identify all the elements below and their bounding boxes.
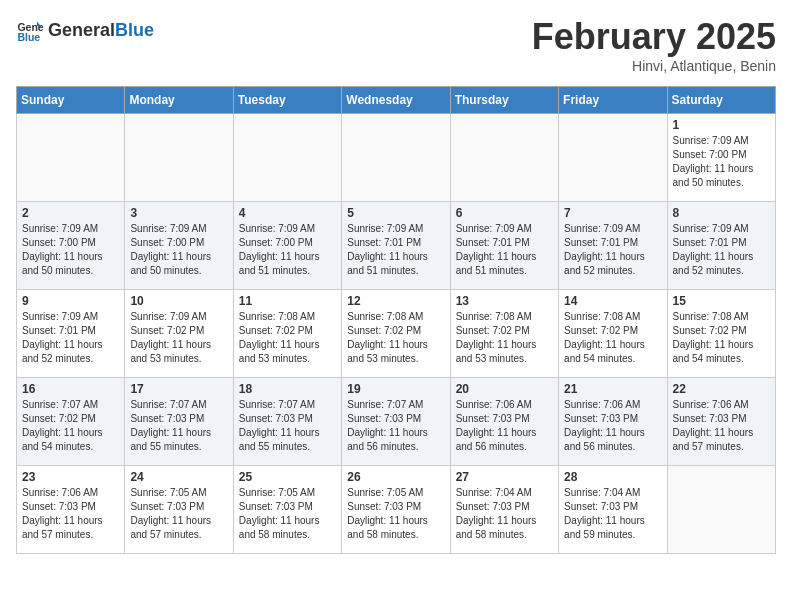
day-info: Sunrise: 7:08 AM Sunset: 7:02 PM Dayligh… xyxy=(673,310,770,366)
calendar-week-row: 16Sunrise: 7:07 AM Sunset: 7:02 PM Dayli… xyxy=(17,378,776,466)
day-number: 24 xyxy=(130,470,227,484)
calendar-day-cell: 27Sunrise: 7:04 AM Sunset: 7:03 PM Dayli… xyxy=(450,466,558,554)
calendar-day-cell: 20Sunrise: 7:06 AM Sunset: 7:03 PM Dayli… xyxy=(450,378,558,466)
weekday-header-thursday: Thursday xyxy=(450,87,558,114)
day-number: 10 xyxy=(130,294,227,308)
day-info: Sunrise: 7:05 AM Sunset: 7:03 PM Dayligh… xyxy=(239,486,336,542)
svg-text:Blue: Blue xyxy=(17,31,40,43)
day-number: 9 xyxy=(22,294,119,308)
day-info: Sunrise: 7:09 AM Sunset: 7:01 PM Dayligh… xyxy=(22,310,119,366)
day-info: Sunrise: 7:04 AM Sunset: 7:03 PM Dayligh… xyxy=(456,486,553,542)
calendar-day-cell: 15Sunrise: 7:08 AM Sunset: 7:02 PM Dayli… xyxy=(667,290,775,378)
calendar-day-cell: 3Sunrise: 7:09 AM Sunset: 7:00 PM Daylig… xyxy=(125,202,233,290)
day-info: Sunrise: 7:07 AM Sunset: 7:03 PM Dayligh… xyxy=(130,398,227,454)
day-info: Sunrise: 7:09 AM Sunset: 7:00 PM Dayligh… xyxy=(239,222,336,278)
day-number: 11 xyxy=(239,294,336,308)
day-number: 22 xyxy=(673,382,770,396)
day-number: 23 xyxy=(22,470,119,484)
day-number: 17 xyxy=(130,382,227,396)
day-number: 26 xyxy=(347,470,444,484)
calendar-day-cell: 8Sunrise: 7:09 AM Sunset: 7:01 PM Daylig… xyxy=(667,202,775,290)
day-info: Sunrise: 7:07 AM Sunset: 7:03 PM Dayligh… xyxy=(239,398,336,454)
calendar-day-cell: 11Sunrise: 7:08 AM Sunset: 7:02 PM Dayli… xyxy=(233,290,341,378)
calendar-title: February 2025 xyxy=(532,16,776,58)
logo-blue: Blue xyxy=(115,20,154,41)
calendar-day-cell: 24Sunrise: 7:05 AM Sunset: 7:03 PM Dayli… xyxy=(125,466,233,554)
day-number: 28 xyxy=(564,470,661,484)
calendar-day-cell: 23Sunrise: 7:06 AM Sunset: 7:03 PM Dayli… xyxy=(17,466,125,554)
day-number: 8 xyxy=(673,206,770,220)
weekday-header-row: SundayMondayTuesdayWednesdayThursdayFrid… xyxy=(17,87,776,114)
day-number: 14 xyxy=(564,294,661,308)
day-info: Sunrise: 7:07 AM Sunset: 7:03 PM Dayligh… xyxy=(347,398,444,454)
day-info: Sunrise: 7:05 AM Sunset: 7:03 PM Dayligh… xyxy=(347,486,444,542)
calendar-day-cell: 2Sunrise: 7:09 AM Sunset: 7:00 PM Daylig… xyxy=(17,202,125,290)
day-number: 5 xyxy=(347,206,444,220)
day-info: Sunrise: 7:08 AM Sunset: 7:02 PM Dayligh… xyxy=(347,310,444,366)
calendar-week-row: 23Sunrise: 7:06 AM Sunset: 7:03 PM Dayli… xyxy=(17,466,776,554)
day-info: Sunrise: 7:08 AM Sunset: 7:02 PM Dayligh… xyxy=(456,310,553,366)
day-info: Sunrise: 7:06 AM Sunset: 7:03 PM Dayligh… xyxy=(564,398,661,454)
day-number: 18 xyxy=(239,382,336,396)
day-number: 15 xyxy=(673,294,770,308)
day-number: 6 xyxy=(456,206,553,220)
calendar-week-row: 9Sunrise: 7:09 AM Sunset: 7:01 PM Daylig… xyxy=(17,290,776,378)
day-number: 21 xyxy=(564,382,661,396)
calendar-day-cell: 18Sunrise: 7:07 AM Sunset: 7:03 PM Dayli… xyxy=(233,378,341,466)
day-info: Sunrise: 7:04 AM Sunset: 7:03 PM Dayligh… xyxy=(564,486,661,542)
calendar-day-cell xyxy=(125,114,233,202)
calendar-day-cell: 4Sunrise: 7:09 AM Sunset: 7:00 PM Daylig… xyxy=(233,202,341,290)
weekday-header-monday: Monday xyxy=(125,87,233,114)
calendar-day-cell: 22Sunrise: 7:06 AM Sunset: 7:03 PM Dayli… xyxy=(667,378,775,466)
calendar-day-cell: 19Sunrise: 7:07 AM Sunset: 7:03 PM Dayli… xyxy=(342,378,450,466)
calendar-day-cell xyxy=(17,114,125,202)
day-info: Sunrise: 7:06 AM Sunset: 7:03 PM Dayligh… xyxy=(456,398,553,454)
logo: General Blue GeneralBlue xyxy=(16,16,154,44)
calendar-week-row: 1Sunrise: 7:09 AM Sunset: 7:00 PM Daylig… xyxy=(17,114,776,202)
day-info: Sunrise: 7:09 AM Sunset: 7:00 PM Dayligh… xyxy=(130,222,227,278)
logo-icon: General Blue xyxy=(16,16,44,44)
calendar-day-cell xyxy=(559,114,667,202)
logo-general: General xyxy=(48,20,115,41)
day-info: Sunrise: 7:09 AM Sunset: 7:01 PM Dayligh… xyxy=(673,222,770,278)
calendar-day-cell xyxy=(342,114,450,202)
day-info: Sunrise: 7:08 AM Sunset: 7:02 PM Dayligh… xyxy=(564,310,661,366)
day-info: Sunrise: 7:09 AM Sunset: 7:00 PM Dayligh… xyxy=(22,222,119,278)
weekday-header-wednesday: Wednesday xyxy=(342,87,450,114)
calendar-day-cell: 5Sunrise: 7:09 AM Sunset: 7:01 PM Daylig… xyxy=(342,202,450,290)
day-info: Sunrise: 7:07 AM Sunset: 7:02 PM Dayligh… xyxy=(22,398,119,454)
weekday-header-friday: Friday xyxy=(559,87,667,114)
day-info: Sunrise: 7:09 AM Sunset: 7:01 PM Dayligh… xyxy=(347,222,444,278)
title-block: February 2025 Hinvi, Atlantique, Benin xyxy=(532,16,776,74)
day-info: Sunrise: 7:05 AM Sunset: 7:03 PM Dayligh… xyxy=(130,486,227,542)
calendar-day-cell: 9Sunrise: 7:09 AM Sunset: 7:01 PM Daylig… xyxy=(17,290,125,378)
day-number: 19 xyxy=(347,382,444,396)
day-number: 20 xyxy=(456,382,553,396)
day-number: 3 xyxy=(130,206,227,220)
day-number: 1 xyxy=(673,118,770,132)
calendar-day-cell: 26Sunrise: 7:05 AM Sunset: 7:03 PM Dayli… xyxy=(342,466,450,554)
day-info: Sunrise: 7:08 AM Sunset: 7:02 PM Dayligh… xyxy=(239,310,336,366)
calendar-day-cell xyxy=(450,114,558,202)
calendar-day-cell: 17Sunrise: 7:07 AM Sunset: 7:03 PM Dayli… xyxy=(125,378,233,466)
calendar-day-cell xyxy=(233,114,341,202)
day-info: Sunrise: 7:09 AM Sunset: 7:00 PM Dayligh… xyxy=(673,134,770,190)
calendar-day-cell: 7Sunrise: 7:09 AM Sunset: 7:01 PM Daylig… xyxy=(559,202,667,290)
calendar-day-cell: 6Sunrise: 7:09 AM Sunset: 7:01 PM Daylig… xyxy=(450,202,558,290)
calendar-week-row: 2Sunrise: 7:09 AM Sunset: 7:00 PM Daylig… xyxy=(17,202,776,290)
day-number: 25 xyxy=(239,470,336,484)
calendar-day-cell: 16Sunrise: 7:07 AM Sunset: 7:02 PM Dayli… xyxy=(17,378,125,466)
weekday-header-tuesday: Tuesday xyxy=(233,87,341,114)
calendar-day-cell: 1Sunrise: 7:09 AM Sunset: 7:00 PM Daylig… xyxy=(667,114,775,202)
weekday-header-saturday: Saturday xyxy=(667,87,775,114)
day-number: 4 xyxy=(239,206,336,220)
page-header: General Blue GeneralBlue February 2025 H… xyxy=(16,16,776,74)
day-number: 12 xyxy=(347,294,444,308)
calendar-subtitle: Hinvi, Atlantique, Benin xyxy=(532,58,776,74)
calendar-day-cell: 14Sunrise: 7:08 AM Sunset: 7:02 PM Dayli… xyxy=(559,290,667,378)
calendar-day-cell xyxy=(667,466,775,554)
day-number: 13 xyxy=(456,294,553,308)
day-number: 7 xyxy=(564,206,661,220)
day-info: Sunrise: 7:09 AM Sunset: 7:01 PM Dayligh… xyxy=(456,222,553,278)
day-number: 2 xyxy=(22,206,119,220)
